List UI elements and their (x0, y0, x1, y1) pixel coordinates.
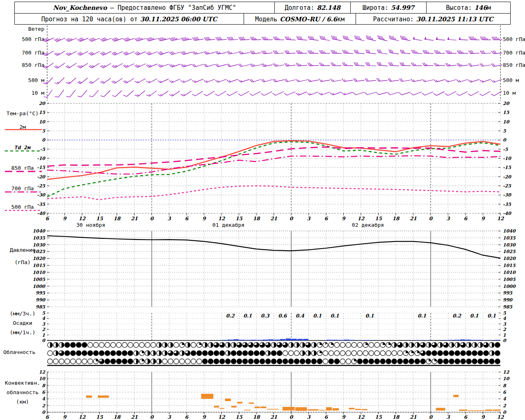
svg-text:12: 12 (497, 216, 504, 221)
svg-text:02 декабря: 02 декабря (352, 222, 384, 228)
svg-text:6: 6 (324, 216, 329, 221)
svg-text:4: 4 (503, 316, 506, 321)
svg-text:21: 21 (131, 414, 138, 420)
svg-text:0.3: 0.3 (261, 313, 270, 319)
svg-text:6: 6 (464, 216, 468, 221)
svg-text:995: 995 (36, 290, 46, 296)
svg-text:9: 9 (202, 414, 206, 420)
svg-text:-5: -5 (40, 147, 46, 152)
svg-text:6: 6 (185, 216, 189, 221)
svg-text:-25: -25 (37, 183, 46, 189)
svg-text:1: 1 (503, 333, 506, 338)
svg-text:21: 21 (131, 216, 138, 221)
svg-text:3: 3 (307, 414, 311, 420)
svg-text:1030: 1030 (503, 242, 516, 248)
svg-text:2: 2 (42, 327, 46, 332)
svg-text:18: 18 (393, 216, 400, 221)
svg-text:21: 21 (270, 414, 277, 420)
svg-text:3: 3 (307, 216, 311, 221)
svg-text:0: 0 (42, 137, 46, 143)
svg-text:15: 15 (235, 414, 242, 420)
svg-text:6: 6 (42, 390, 46, 395)
svg-text:1035: 1035 (32, 235, 46, 241)
svg-text:-20: -20 (37, 174, 46, 180)
svg-text:12: 12 (358, 216, 365, 221)
svg-text:3: 3 (503, 322, 507, 327)
svg-text:0.2: 0.2 (452, 313, 462, 319)
svg-text:985: 985 (503, 304, 513, 310)
svg-text:0.1: 0.1 (418, 313, 426, 319)
svg-text:1020: 1020 (32, 256, 46, 261)
svg-text:12: 12 (79, 216, 86, 221)
svg-text:0.6: 0.6 (278, 313, 288, 319)
svg-text:6: 6 (185, 414, 189, 420)
svg-text:8: 8 (42, 383, 46, 388)
svg-text:0.1: 0.1 (470, 313, 479, 319)
svg-text:10: 10 (503, 376, 510, 381)
svg-text:4: 4 (42, 396, 45, 402)
svg-text:0: 0 (429, 414, 433, 420)
svg-text:0.4: 0.4 (296, 313, 305, 319)
svg-text:12: 12 (218, 216, 226, 221)
svg-text:12: 12 (497, 414, 504, 420)
svg-text:-30: -30 (37, 192, 46, 198)
svg-text:0.1: 0.1 (331, 313, 339, 319)
svg-text:3: 3 (167, 414, 171, 420)
svg-text:9: 9 (63, 216, 67, 221)
svg-text:21: 21 (410, 414, 417, 420)
svg-text:1025: 1025 (32, 249, 46, 254)
svg-text:12: 12 (39, 370, 46, 375)
svg-text:5: 5 (503, 310, 507, 316)
svg-text:0: 0 (503, 410, 507, 415)
svg-text:21: 21 (410, 216, 417, 221)
svg-text:15: 15 (235, 216, 242, 221)
svg-text:985: 985 (36, 304, 46, 310)
svg-text:1005: 1005 (503, 277, 516, 282)
svg-text:1010: 1010 (503, 270, 516, 275)
svg-text:9: 9 (481, 216, 485, 221)
svg-text:15: 15 (503, 110, 510, 115)
meteogram-page: Nov_Kochenevo – Предоставлено ФГБУ "ЗапС… (0, 0, 525, 420)
svg-text:6: 6 (324, 414, 329, 420)
svg-text:-40: -40 (503, 211, 511, 216)
svg-text:01 декабря: 01 декабря (212, 222, 244, 228)
svg-text:1020: 1020 (503, 256, 516, 261)
svg-text:0.1: 0.1 (487, 313, 496, 319)
svg-text:0: 0 (503, 338, 507, 343)
svg-text:0: 0 (42, 410, 46, 415)
svg-text:1040: 1040 (503, 228, 516, 234)
svg-text:3: 3 (167, 216, 171, 221)
svg-text:0: 0 (290, 216, 294, 221)
svg-text:15: 15 (96, 216, 103, 221)
svg-text:-20: -20 (503, 174, 511, 180)
svg-text:6: 6 (46, 216, 50, 221)
svg-text:12: 12 (79, 414, 86, 420)
svg-text:0.1: 0.1 (365, 313, 374, 319)
svg-text:12: 12 (503, 370, 510, 375)
svg-text:5: 5 (503, 128, 507, 134)
svg-text:-40: -40 (37, 211, 46, 216)
svg-text:1000: 1000 (32, 284, 46, 289)
svg-text:1010: 1010 (32, 270, 46, 275)
svg-text:3: 3 (42, 322, 46, 327)
svg-text:-30: -30 (503, 192, 511, 198)
svg-text:30 ноября: 30 ноября (76, 222, 105, 228)
svg-text:-15: -15 (503, 165, 511, 170)
svg-text:18: 18 (114, 414, 121, 420)
svg-text:20: 20 (503, 101, 510, 106)
svg-text:20: 20 (39, 101, 46, 106)
svg-text:0: 0 (290, 414, 294, 420)
svg-text:2: 2 (42, 403, 46, 409)
svg-text:10: 10 (39, 376, 46, 381)
svg-text:10: 10 (39, 119, 46, 125)
svg-text:-35: -35 (503, 202, 511, 207)
svg-text:6: 6 (464, 414, 468, 420)
svg-text:4: 4 (503, 396, 506, 402)
svg-text:3: 3 (446, 216, 450, 221)
svg-text:21: 21 (270, 216, 277, 221)
svg-text:1030: 1030 (32, 242, 46, 248)
svg-text:15: 15 (375, 216, 382, 221)
svg-text:-35: -35 (37, 202, 46, 207)
svg-text:15: 15 (375, 414, 382, 420)
svg-text:2: 2 (503, 403, 507, 409)
